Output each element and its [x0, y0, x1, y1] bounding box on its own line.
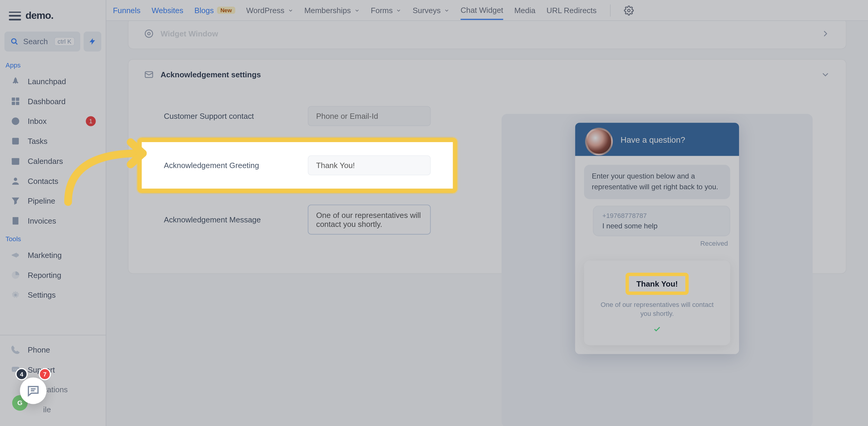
thank-you-subtitle: One of our representatives will contact …: [594, 300, 720, 319]
envelope-check-icon: [144, 70, 154, 80]
ack-panel-header[interactable]: Acknowledgement settings: [128, 60, 846, 90]
greeting-label: Acknowledgement Greeting: [164, 161, 308, 170]
message-row: Acknowledgement Message: [142, 193, 453, 246]
support-contact-input[interactable]: [308, 106, 431, 126]
tab-surveys[interactable]: Surveys: [413, 1, 450, 19]
sidebar-item-inbox[interactable]: Inbox 1: [2, 111, 103, 131]
tab-websites[interactable]: Websites: [152, 1, 183, 19]
lightning-icon: [89, 36, 96, 46]
sidebar-item-invoices[interactable]: Invoices: [2, 211, 103, 231]
tab-url-redirects[interactable]: URL Redirects: [547, 1, 597, 19]
svg-point-15: [13, 369, 14, 370]
invoice-icon: [10, 215, 21, 226]
chart-icon: [10, 269, 21, 281]
settings-icon[interactable]: [624, 5, 633, 15]
svg-rect-11: [12, 217, 18, 225]
sidebar-item-label: Inbox: [28, 117, 46, 126]
svg-rect-2: [12, 98, 15, 101]
sidebar-item-pipeline[interactable]: Pipeline: [2, 191, 103, 211]
sidebar-item-calendars[interactable]: Calendars: [2, 151, 103, 171]
sidebar-item-label: ile: [43, 405, 51, 414]
tab-funnels[interactable]: Funnels: [113, 1, 140, 19]
hamburger-icon[interactable]: [9, 11, 21, 20]
tab-forms[interactable]: Forms: [371, 1, 402, 19]
pipeline-icon: [10, 195, 21, 206]
sidebar-item-reporting[interactable]: Reporting: [2, 265, 103, 285]
sidebar-item-phone[interactable]: Phone: [2, 340, 103, 360]
sidebar-item-tasks[interactable]: Tasks: [2, 131, 103, 151]
chat-header: Have a question?: [575, 123, 739, 156]
rocket-icon: [10, 76, 21, 87]
check-icon: [594, 326, 720, 335]
inbox-badge: 1: [86, 116, 96, 126]
chevron-down-icon: [820, 70, 830, 80]
tasks-icon: [10, 135, 21, 146]
tab-memberships[interactable]: Memberships: [304, 1, 360, 19]
sidebar-item-label: Tasks: [28, 137, 48, 146]
svg-rect-7: [12, 138, 19, 144]
thank-you-title: Thank You!: [628, 276, 686, 292]
tab-blogs[interactable]: Blogs New: [194, 1, 235, 19]
user-message-bubble: +19768778787 I need some help: [593, 206, 730, 236]
search-icon: [10, 37, 19, 46]
svg-point-18: [627, 9, 630, 11]
tab-media[interactable]: Media: [514, 1, 535, 19]
sidebar-item-label: Invoices: [28, 217, 56, 225]
support-contact-label: Customer Support contact: [164, 112, 308, 121]
phone-icon: [10, 344, 21, 355]
greeting-input[interactable]: [308, 156, 431, 175]
chat-preview-card: Have a question? Enter your question bel…: [502, 114, 813, 426]
badge-7: 7: [39, 368, 51, 380]
sidebar-item-settings[interactable]: Settings: [2, 285, 103, 305]
user-phone: +19768778787: [602, 212, 721, 220]
chat-header-text: Have a question?: [620, 135, 685, 144]
sidebar-item-launchpad[interactable]: Launchpad: [2, 71, 103, 91]
message-label: Acknowledgement Message: [164, 215, 308, 224]
search-input[interactable]: Search ctrl K: [4, 32, 80, 52]
eye-icon: [144, 29, 154, 38]
logo: demo.: [25, 10, 54, 22]
greeting-highlight: Acknowledgement Greeting: [137, 138, 458, 193]
svg-rect-9: [12, 158, 19, 160]
section-tools-label: Tools: [0, 231, 106, 245]
sidebar-item-contacts[interactable]: Contacts: [2, 171, 103, 191]
thank-you-highlight: Thank You!: [625, 272, 689, 295]
chat-widget-preview: Have a question? Enter your question bel…: [575, 123, 739, 354]
sidebar-item-label: Launchpad: [28, 77, 66, 86]
topbar: Funnels Websites Blogs New WordPress Mem…: [106, 0, 868, 21]
search-placeholder: Search: [23, 37, 48, 46]
chevron-down-icon: [444, 7, 450, 13]
tab-chat-widget[interactable]: Chat Widget: [460, 1, 503, 20]
thank-you-bubble: Thank You! One of our representatives wi…: [584, 261, 730, 346]
calendar-icon: [10, 156, 21, 167]
svg-line-1: [16, 43, 18, 44]
dashboard-icon: [10, 96, 21, 107]
new-badge: New: [217, 7, 235, 14]
gear-icon: [10, 290, 21, 301]
quick-actions-button[interactable]: [84, 32, 101, 52]
sidebar-item-dashboard[interactable]: Dashboard: [2, 91, 103, 111]
chat-bubble-icon: [26, 384, 40, 398]
svg-point-10: [14, 177, 17, 181]
widget-window-panel[interactable]: Widget Window: [128, 21, 846, 48]
svg-point-20: [148, 33, 150, 35]
chevron-down-icon: [396, 7, 402, 13]
sidebar-item-marketing[interactable]: Marketing: [2, 245, 103, 265]
tab-wordpress[interactable]: WordPress: [246, 1, 293, 19]
svg-rect-4: [12, 102, 15, 105]
inbox-icon: [10, 116, 21, 127]
chevron-down-icon: [288, 7, 293, 13]
svg-point-0: [12, 39, 16, 43]
badge-4: 4: [16, 368, 28, 380]
sidebar-item-label: Dashboard: [28, 97, 66, 106]
search-shortcut: ctrl K: [54, 37, 75, 46]
ack-panel-title: Acknowledgement settings: [161, 70, 261, 79]
contacts-icon: [10, 175, 21, 187]
chevron-down-icon: [354, 7, 360, 13]
svg-point-6: [12, 118, 19, 125]
user-message-text: I need some help: [602, 222, 721, 230]
sidebar-item-label: Settings: [28, 291, 56, 299]
widget-window-title: Widget Window: [161, 29, 218, 38]
message-input[interactable]: [308, 205, 431, 235]
help-widget[interactable]: 4 7: [17, 371, 50, 404]
